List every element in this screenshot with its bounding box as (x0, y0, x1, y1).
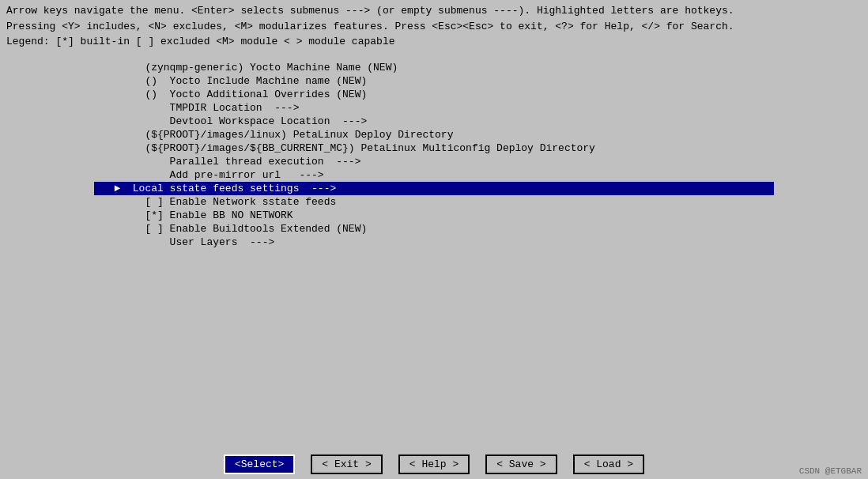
main-screen: Arrow keys navigate the menu. <Enter> se… (0, 0, 868, 479)
menu-item-pre-mirror[interactable]: Add pre-mirror url ---> (94, 168, 774, 182)
load-button[interactable]: < Load > (573, 454, 644, 474)
exit-button[interactable]: < Exit > (311, 454, 382, 474)
header-line2: Pressing <Y> includes, <N> excludes, <M>… (6, 19, 862, 35)
menu-item-zynqmp-machine[interactable]: (zynqmp-generic) Yocto Machine Name (NEW… (94, 61, 774, 74)
menu-item-user-layers[interactable]: User Layers ---> (94, 236, 774, 249)
menu-item-parallel-thread[interactable]: Parallel thread execution ---> (94, 155, 774, 168)
header-line3: Legend: [*] built-in [ ] excluded <M> mo… (6, 34, 862, 50)
menu-item-devtool[interactable]: Devtool Workspace Location ---> (94, 115, 774, 128)
main-content: (zynqmp-generic) Yocto Machine Name (NEW… (0, 53, 868, 451)
save-button[interactable]: < Save > (485, 454, 557, 474)
menu-item-network-sstate[interactable]: [ ] Enable Network sstate feeds (94, 195, 774, 209)
menu-item-petalinux-deploy[interactable]: (${PROOT}/images/linux) PetaLinux Deploy… (94, 128, 774, 141)
select-button[interactable]: <Select> (224, 454, 295, 474)
menu-item-local-sstate[interactable]: ► Local sstate feeds settings ---> (94, 182, 774, 195)
menu-item-tmpdir[interactable]: TMPDIR Location ---> (94, 101, 774, 115)
menu-item-yocto-overrides[interactable]: () Yocto Additional Overrides (NEW) (94, 88, 774, 101)
header-info: Arrow keys navigate the menu. <Enter> se… (0, 0, 868, 53)
menu-item-yocto-include[interactable]: () Yocto Include Machine name (NEW) (94, 74, 774, 88)
help-button[interactable]: < Help > (398, 454, 470, 474)
menu-container: (zynqmp-generic) Yocto Machine Name (NEW… (0, 61, 868, 249)
footer: <Select>< Exit >< Help >< Save >< Load >… (0, 450, 868, 479)
menu-item-bb-no-network[interactable]: [*] Enable BB NO NETWORK (94, 209, 774, 222)
menu-item-buildtools[interactable]: [ ] Enable Buildtools Extended (NEW) (94, 222, 774, 236)
menu-item-petalinux-multi-deploy[interactable]: (${PROOT}/images/${BB_CURRENT_MC}) PetaL… (94, 141, 774, 155)
watermark: CSDN @ETGBAR (799, 466, 862, 476)
header-line1: Arrow keys navigate the menu. <Enter> se… (6, 3, 862, 19)
